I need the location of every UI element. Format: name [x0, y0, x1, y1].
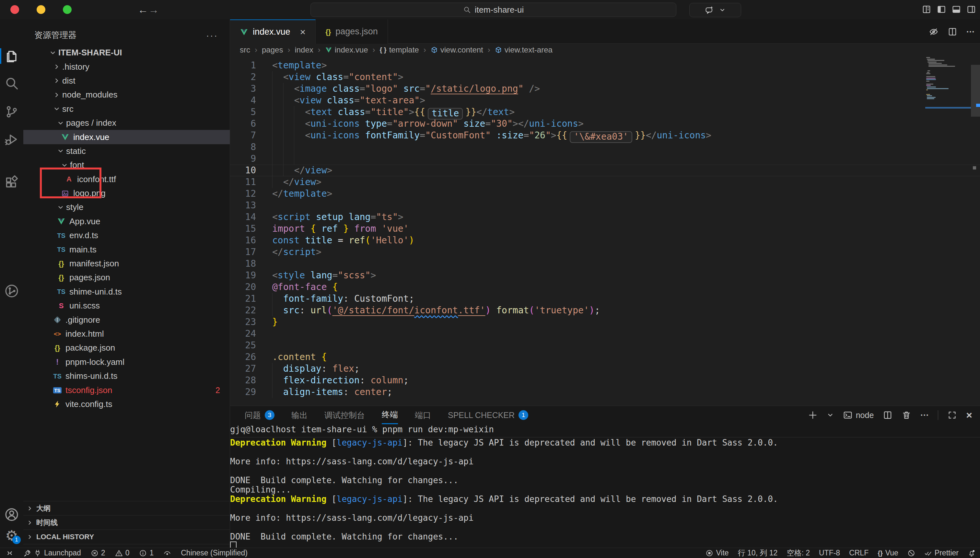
code-line-11[interactable]: 11 </view>	[230, 176, 980, 188]
tree-item-package.json[interactable]: {}package.json	[23, 341, 230, 355]
tree-item-shime-uni.d.ts[interactable]: TSshime-uni.d.ts	[23, 285, 230, 299]
more-actions-icon[interactable]: ···	[206, 30, 218, 41]
terminal[interactable]: gjq@loaclhost item-share-ui % pnpm run d…	[230, 425, 980, 545]
activity-item-remote-graph[interactable]	[0, 282, 23, 300]
tree-item-index.vue[interactable]: index.vue	[23, 130, 230, 144]
split-terminal-icon[interactable]	[883, 410, 893, 420]
sidebar-section-时间线[interactable]: 时间线	[23, 515, 230, 530]
status-item-language-mode[interactable]: Chinese (Simplified)	[181, 548, 248, 557]
status-item-tslint-disabled[interactable]	[908, 549, 915, 557]
tree-item-dist[interactable]: dist	[23, 74, 230, 88]
breadcrumb-item-view.content[interactable]: view.content	[431, 45, 483, 54]
status-item-eye[interactable]	[163, 549, 171, 557]
toggle-primary-sidebar-icon[interactable]	[937, 5, 946, 14]
status-item-warnings[interactable]: 0	[115, 548, 130, 557]
new-terminal-icon[interactable]	[808, 410, 817, 420]
code-line-28[interactable]: 28 flex-direction: column;	[230, 374, 980, 386]
minimize-window-button[interactable]	[37, 5, 45, 14]
breadcrumb-item-src[interactable]: src	[240, 45, 250, 54]
code-line-15[interactable]: 15import { ref } from 'vue'	[230, 223, 980, 235]
code-line-12[interactable]: 12</template>	[230, 188, 980, 200]
code-line-7[interactable]: 7 <uni-icons fontFamily="CustomFont" :si…	[230, 130, 980, 141]
status-item-encoding[interactable]: UTF-8	[819, 548, 840, 557]
tree-item-manifest.json[interactable]: {}manifest.json	[23, 257, 230, 271]
status-item-eol[interactable]: CRLF	[849, 548, 868, 557]
code-line-23[interactable]: 23}	[230, 316, 980, 328]
code-line-26[interactable]: 26.content {	[230, 351, 980, 363]
tree-item-shims-uni.d.ts[interactable]: TSshims-uni.d.ts	[23, 369, 230, 383]
code-line-4[interactable]: 4 <view class="text-area">	[230, 95, 980, 106]
code-line-22[interactable]: 22 src: url('@/static/font/iconfont.ttf'…	[230, 305, 980, 316]
tree-item-style[interactable]: style	[23, 200, 230, 214]
status-item-indentation[interactable]: 空格: 2	[786, 548, 810, 558]
status-item-notifications[interactable]	[968, 549, 975, 557]
terminal-profile[interactable]: node	[843, 410, 874, 420]
tree-item-pages-index[interactable]: pages / index	[23, 116, 230, 130]
tree-item-tsconfig.json[interactable]: TStsconfig.json2	[23, 383, 230, 397]
toggle-panel-icon[interactable]	[952, 5, 961, 14]
code-line-29[interactable]: 29 align-items: center;	[230, 386, 980, 398]
code-line-16[interactable]: 16const title = ref('Hello')	[230, 235, 980, 246]
toggle-inlay-hints-icon[interactable]	[929, 27, 939, 37]
more-actions-icon[interactable]: ···	[966, 28, 975, 36]
scrollbar-thumb[interactable]	[971, 65, 980, 117]
editor-scrollbar[interactable]	[971, 44, 980, 406]
minimap[interactable]	[925, 56, 971, 406]
code-line-25[interactable]: 25	[230, 340, 980, 351]
code-line-21[interactable]: 21 font-family: CustomFont;	[230, 293, 980, 305]
nav-forward-button[interactable]: →	[148, 0, 159, 20]
code-line-18[interactable]: 18	[230, 258, 980, 269]
panel-tab-端口[interactable]: 端口	[415, 406, 431, 424]
command-center-search[interactable]: item-share-ui	[310, 3, 676, 17]
sidebar-section-大纲[interactable]: 大纲	[23, 501, 230, 515]
panel-tab-spell-checker[interactable]: SPELL CHECKER1	[448, 406, 528, 424]
tree-item-uni.scss[interactable]: Suni.scss	[23, 299, 230, 313]
code-line-14[interactable]: 14<script setup lang="ts">	[230, 211, 980, 223]
tree-item-.history[interactable]: .history	[23, 60, 230, 74]
breadcrumb-item-index[interactable]: index	[295, 45, 313, 54]
zoom-window-button[interactable]	[63, 5, 72, 14]
split-editor-icon[interactable]	[947, 27, 957, 37]
breadcrumb-item-view.text-area[interactable]: view.text-area	[495, 45, 553, 54]
code-line-6[interactable]: 6 <uni-icons type="arrow-down" size="30"…	[230, 118, 980, 130]
breadcrumb-item-template[interactable]: { }template	[380, 45, 419, 54]
status-item-file-language[interactable]: {}Vue	[878, 548, 898, 557]
code-line-20[interactable]: 20@font-face {	[230, 281, 980, 293]
panel-tab-调试控制台[interactable]: 调试控制台	[324, 406, 365, 424]
copilot-button[interactable]	[689, 3, 741, 17]
traffic-lights[interactable]	[10, 5, 72, 14]
panel-tab-输出[interactable]: 输出	[291, 406, 307, 424]
more-actions-icon[interactable]: ···	[920, 411, 929, 419]
editor-tab-index-vue[interactable]: index.vue×	[230, 20, 316, 44]
code-line-10[interactable]: 10 </view>	[230, 165, 980, 176]
code-line-8[interactable]: 8	[230, 141, 980, 153]
code-line-24[interactable]: 24	[230, 328, 980, 340]
tree-item-index.html[interactable]: <>index.html	[23, 327, 230, 341]
status-item-prettier[interactable]: Prettier	[924, 548, 959, 557]
tree-item-main.ts[interactable]: TSmain.ts	[23, 242, 230, 256]
activity-item-source-control[interactable]	[0, 103, 23, 121]
code-line-17[interactable]: 17</script>	[230, 246, 980, 258]
breadcrumb[interactable]: src›pages›index›index.vue›{ }template›vi…	[230, 44, 980, 56]
code-line-13[interactable]: 13	[230, 200, 980, 211]
status-item-vite-task[interactable]: Vite	[706, 548, 729, 557]
code-line-2[interactable]: 2 <view class="content">	[230, 71, 980, 83]
code-line-1[interactable]: 1<template>	[230, 60, 980, 71]
tree-item-src[interactable]: src	[23, 102, 230, 116]
status-item-infos[interactable]: 1	[139, 548, 154, 557]
tree-item-.gitignore[interactable]: .gitignore	[23, 313, 230, 327]
breadcrumb-item-pages[interactable]: pages	[262, 45, 283, 54]
tree-item-vite.config.ts[interactable]: vite.config.ts	[23, 397, 230, 411]
tree-item-static[interactable]: static	[23, 144, 230, 158]
tree-item-node-modules[interactable]: node_modules	[23, 88, 230, 102]
tree-item-pages.json[interactable]: {}pages.json	[23, 271, 230, 284]
activity-item-run-debug[interactable]	[0, 130, 23, 148]
status-item-remote[interactable]	[6, 549, 14, 557]
close-panel-icon[interactable]: ×	[966, 410, 972, 420]
code-line-19[interactable]: 19<style lang="scss">	[230, 269, 980, 281]
kill-terminal-icon[interactable]	[901, 410, 911, 420]
tree-item-item-share-ui[interactable]: ITEM-SHARE-UI	[23, 46, 230, 60]
status-item-launchpad[interactable]: Launchpad	[23, 548, 81, 557]
sidebar-section-local-history[interactable]: LOCAL HISTORY	[23, 530, 230, 544]
customize-layout-icon[interactable]	[922, 5, 931, 14]
